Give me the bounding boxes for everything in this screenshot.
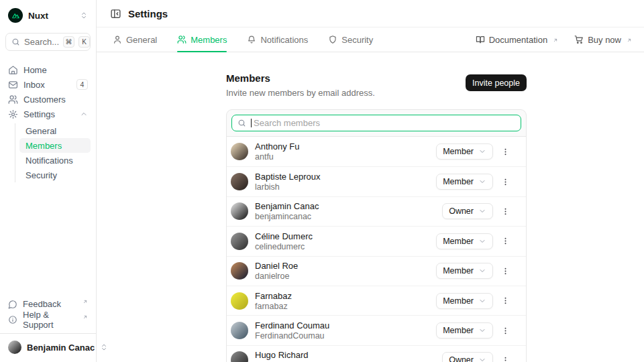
sidebar-item-general[interactable]: General	[19, 123, 91, 138]
main-panel: Settings General Members Notifications	[97, 0, 644, 362]
section-description: Invite new members by email address.	[226, 88, 375, 98]
member-row: Daniel Roe danielroe Member	[227, 256, 526, 286]
member-role-select[interactable]: Member	[436, 233, 493, 249]
member-row: Baptiste Leproux larbish Member	[227, 166, 526, 196]
page-title: Settings	[128, 8, 168, 19]
chevron-down-icon	[478, 267, 486, 275]
member-avatar	[231, 292, 248, 310]
member-username: celinedumerc	[255, 242, 313, 251]
chevron-down-icon	[478, 356, 486, 362]
member-role-label: Member	[443, 237, 474, 246]
member-role-label: Member	[443, 177, 474, 186]
invite-people-button[interactable]: Invite people	[466, 74, 527, 91]
member-name: Ferdinand Coumau	[255, 320, 329, 330]
tab-members[interactable]: Members	[177, 27, 227, 52]
member-options-button[interactable]	[499, 203, 511, 219]
member-options-button[interactable]	[499, 174, 511, 190]
sidebar-item-customers[interactable]: Customers	[5, 92, 91, 107]
tab-notifications[interactable]: Notifications	[247, 27, 308, 52]
gear-icon	[8, 109, 18, 119]
buy-now-link[interactable]: Buy now	[574, 35, 632, 45]
member-username: farnabaz	[255, 302, 292, 311]
kebab-menu-icon	[501, 207, 510, 216]
documentation-link[interactable]: Documentation	[476, 35, 558, 45]
member-role-select[interactable]: Owner	[442, 203, 493, 219]
inbox-icon	[8, 80, 18, 90]
workspace-name: Nuxt	[28, 11, 74, 21]
shield-icon	[328, 35, 337, 44]
tab-general[interactable]: General	[113, 27, 157, 52]
section-title: Members	[226, 72, 375, 84]
member-role-label: Member	[443, 147, 474, 156]
users-icon	[8, 95, 18, 105]
member-username: FerdinandCoumau	[255, 331, 329, 341]
collapse-sidebar-icon[interactable]	[110, 8, 121, 19]
help-support-link[interactable]: Help & Support	[5, 312, 91, 327]
sidebar-item-notifications[interactable]: Notifications	[19, 153, 91, 168]
chevron-down-icon	[478, 178, 486, 186]
members-card: Search members Anthony Fu antfu Member B…	[226, 109, 527, 362]
sidebar-item-inbox[interactable]: Inbox 4	[5, 77, 91, 92]
member-options-button[interactable]	[499, 352, 511, 362]
member-avatar	[231, 202, 248, 220]
chevron-down-icon	[478, 207, 486, 215]
cart-icon	[574, 35, 584, 44]
text-cursor	[251, 119, 252, 127]
tabbar: General Members Notifications Security	[97, 27, 644, 52]
member-role-label: Member	[443, 296, 474, 306]
sidebar-footer: Feedback Help & Support Benjamin Canac	[5, 296, 91, 357]
member-avatar	[231, 322, 248, 339]
member-name: Hugo Richard	[255, 350, 309, 360]
kebab-menu-icon	[501, 147, 510, 156]
member-avatar	[231, 143, 248, 160]
member-row: Benjamin Canac benjamincanac Owner	[227, 196, 526, 226]
sidebar-search-placeholder: Search...	[24, 37, 59, 47]
content-area: Members Invite new members by email addr…	[97, 52, 644, 362]
sidebar-item-home[interactable]: Home	[5, 62, 91, 77]
member-options-button[interactable]	[499, 293, 511, 309]
sidebar: Nuxt Search... ⌘ K Home	[0, 0, 97, 362]
member-role-select[interactable]: Owner	[442, 352, 493, 362]
chevron-down-icon	[478, 326, 486, 335]
member-role-select[interactable]: Member	[436, 263, 493, 279]
member-username: benjamincanac	[255, 212, 319, 221]
search-members-placeholder: Search members	[254, 118, 320, 128]
person-icon	[113, 35, 122, 44]
member-role-select[interactable]: Member	[436, 322, 493, 339]
member-username: danielroe	[255, 272, 298, 281]
member-row: Ferdinand Coumau FerdinandCoumau Member	[227, 315, 526, 345]
workspace-selector[interactable]: Nuxt	[5, 7, 91, 23]
sidebar-item-members[interactable]: Members	[19, 138, 91, 153]
member-role-select[interactable]: Member	[436, 143, 493, 160]
sidebar-item-settings[interactable]: Settings	[5, 107, 91, 121]
header-links: Documentation Buy now	[476, 35, 632, 45]
info-circle-icon	[8, 315, 17, 324]
member-options-button[interactable]	[499, 263, 511, 279]
member-row: Anthony Fu antfu Member	[227, 137, 526, 166]
member-name: Baptiste Leproux	[255, 172, 321, 182]
member-options-button[interactable]	[499, 322, 511, 339]
member-role-select[interactable]: Member	[436, 293, 493, 309]
member-role-label: Member	[443, 266, 474, 276]
sidebar-item-security[interactable]: Security	[19, 168, 91, 182]
app-window: Nuxt Search... ⌘ K Home	[0, 0, 644, 362]
member-options-button[interactable]	[499, 233, 511, 249]
sidebar-nav: Home Inbox 4 Customers Settings	[5, 62, 91, 182]
tab-security[interactable]: Security	[328, 27, 373, 52]
member-username: antfu	[255, 152, 300, 162]
chat-bubble-icon	[8, 300, 17, 309]
member-avatar	[231, 233, 248, 250]
members-list: Anthony Fu antfu Member Baptiste Leproux…	[227, 136, 526, 362]
user-menu[interactable]: Benjamin Canac	[5, 334, 91, 357]
external-link-icon	[553, 38, 558, 43]
sidebar-search-input[interactable]: Search... ⌘ K	[5, 33, 91, 51]
member-name: Céline Dumerc	[255, 231, 313, 241]
chevron-down-icon	[478, 237, 486, 245]
member-name: Farnabaz	[255, 291, 292, 301]
member-avatar	[231, 173, 248, 190]
member-options-button[interactable]	[499, 143, 511, 160]
search-members-input[interactable]: Search members	[231, 115, 521, 131]
member-row: Céline Dumerc celinedumerc Member	[227, 226, 526, 255]
member-avatar	[231, 351, 248, 362]
member-role-select[interactable]: Member	[436, 174, 493, 190]
